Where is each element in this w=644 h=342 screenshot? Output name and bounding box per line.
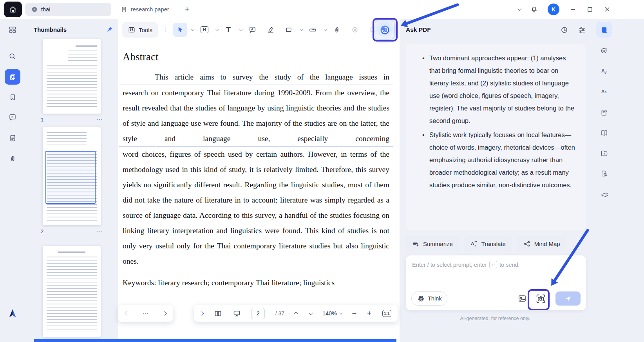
shape-tool[interactable] <box>282 23 296 37</box>
open-book-icon[interactable] <box>596 125 612 141</box>
translate-button[interactable]: Aa Translate <box>464 236 512 252</box>
search-icon[interactable] <box>5 49 20 64</box>
mind-map-label: Mind Map <box>534 241 560 247</box>
page-more-button[interactable]: ⋯ <box>96 116 103 123</box>
bookmarks-icon[interactable] <box>5 89 20 105</box>
text-tool-chevron-icon[interactable] <box>239 28 242 31</box>
tab-label: thai <box>41 6 50 13</box>
reader-mode-icon[interactable] <box>596 22 612 38</box>
edit-text-icon[interactable]: A <box>596 63 612 79</box>
pin-icon[interactable] <box>106 26 113 33</box>
bottom-accent-bar <box>34 339 396 342</box>
collapse-panel-chevron-icon[interactable] <box>199 311 204 315</box>
share-announce-icon[interactable] <box>596 187 612 203</box>
insert-image-icon[interactable] <box>517 294 527 303</box>
presentation-icon[interactable] <box>233 309 241 318</box>
globe-favicon-icon <box>31 6 38 13</box>
next-page-chevron-icon[interactable] <box>309 311 313 315</box>
summarize-label: Summarize <box>423 241 453 247</box>
zoom-chevron-icon <box>339 311 342 315</box>
page-edit-chevron-icon[interactable] <box>215 28 219 31</box>
tab-label: research paper <box>131 6 169 13</box>
translate-label: Translate <box>481 241 506 247</box>
attach-tool[interactable] <box>330 23 344 37</box>
page-thumbnail-3[interactable] <box>43 246 101 337</box>
mind-map-button[interactable]: Mind Map <box>517 236 566 252</box>
page-number-input[interactable] <box>251 308 265 319</box>
thumb-text-decoration <box>47 65 97 109</box>
minimize-icon[interactable] <box>569 5 577 13</box>
crop-tool[interactable] <box>348 23 362 37</box>
tab-research-paper[interactable]: research paper <box>114 3 175 16</box>
actual-size-button[interactable]: 1:1 <box>382 310 391 317</box>
think-button[interactable]: Think <box>411 291 447 306</box>
thumbnails-panel-icon[interactable] <box>5 69 20 85</box>
select-tool[interactable] <box>173 23 187 37</box>
zoom-in-button[interactable]: + <box>367 309 372 318</box>
previous-page-chevron-icon[interactable] <box>294 312 298 316</box>
select-tool-chevron-icon[interactable] <box>191 28 194 31</box>
page-controls-bar: / 37 140% − + 1:1 <box>194 305 398 322</box>
page-more-button[interactable]: ⋯ <box>96 228 103 235</box>
sticker-comment-icon[interactable] <box>596 43 612 58</box>
screenshot-camera-icon[interactable] <box>535 293 546 304</box>
search-document-icon[interactable] <box>596 166 612 181</box>
page-organize-icon[interactable] <box>5 130 20 146</box>
font-style-icon[interactable]: Aa <box>596 83 612 99</box>
comment-tool[interactable] <box>246 23 260 37</box>
ai-assistant-button[interactable] <box>375 20 394 39</box>
thumb-text-decoration <box>76 45 97 47</box>
forward-chevron-icon[interactable] <box>162 311 166 315</box>
settings-sliders-icon[interactable] <box>578 26 586 34</box>
comment-bubble-icon <box>248 26 257 34</box>
apps-grid-icon[interactable] <box>5 22 20 38</box>
tab-thai[interactable]: thai <box>25 3 111 16</box>
zoom-select[interactable]: 140% <box>322 310 342 317</box>
attachments-paperclip-icon[interactable] <box>5 150 20 166</box>
zoom-out-button[interactable]: − <box>352 309 356 318</box>
pager-more-button[interactable]: ⋯ <box>143 310 149 317</box>
comments-icon[interactable] <box>5 110 20 125</box>
smart-form-icon[interactable] <box>596 105 612 120</box>
toolbar-divider: ⋮ <box>163 26 168 33</box>
tab-list-chevron-icon[interactable] <box>517 7 522 11</box>
summarize-button[interactable]: Summarize <box>406 236 459 252</box>
send-button[interactable] <box>555 291 581 306</box>
home-button[interactable] <box>4 2 22 17</box>
thumb-text-decoration <box>68 51 97 62</box>
two-page-view-icon[interactable] <box>214 309 222 318</box>
page-edit-tool[interactable]: H <box>197 23 212 37</box>
thumbnails-title: Thumbnails <box>34 26 67 33</box>
document-area: Tools ⋮ H T <box>118 19 400 342</box>
maximize-icon[interactable] <box>586 5 594 13</box>
history-clock-icon[interactable] <box>560 26 568 34</box>
page-thumbnail-1[interactable] <box>43 39 101 114</box>
tools-button[interactable]: Tools <box>122 22 158 38</box>
svg-text:a: a <box>604 90 606 94</box>
text-tool[interactable]: T <box>221 23 235 37</box>
highlight-tool[interactable] <box>264 23 278 37</box>
right-sidebar: A Aa <box>591 19 617 342</box>
prompt-placeholder: Enter / to select prompt, enter ↵ to sen… <box>406 255 586 268</box>
text-selection-box[interactable]: research on contemporary Thai literature… <box>119 85 393 147</box>
measure-tool[interactable] <box>306 23 320 37</box>
prompt-input-card[interactable]: Enter / to select prompt, enter ↵ to sen… <box>406 255 586 310</box>
page-thumbnail-2[interactable] <box>43 127 101 225</box>
notifications-bell-icon[interactable] <box>530 5 538 14</box>
edit-h-icon: H <box>201 26 208 33</box>
document-favicon-icon <box>121 6 127 13</box>
send-plane-icon <box>564 295 572 302</box>
close-icon[interactable] <box>603 5 611 13</box>
shape-tool-chevron-icon[interactable] <box>300 28 303 31</box>
thumb-text-decoration <box>58 252 85 253</box>
folder-tools-icon[interactable] <box>596 145 612 161</box>
highlighter-icon <box>267 26 275 34</box>
crop-circle-icon <box>351 26 359 34</box>
measure-tool-chevron-icon[interactable] <box>324 28 327 31</box>
back-chevron-icon[interactable] <box>125 311 129 315</box>
user-avatar[interactable]: K <box>548 4 559 15</box>
abstract-heading: Abstract <box>123 51 389 63</box>
paragraph-first-line: This article aims to survey the study of… <box>123 69 389 85</box>
new-tab-button[interactable]: + <box>182 5 193 14</box>
paperclip-icon <box>333 26 341 34</box>
